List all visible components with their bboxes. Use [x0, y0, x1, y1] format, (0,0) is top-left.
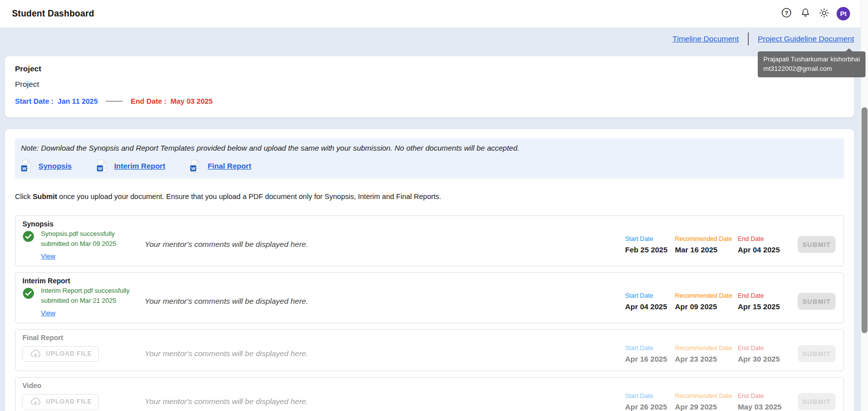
status-text-column: Interim Report.pdf successfully submitte… — [41, 286, 141, 317]
submission-row-interim-report: Interim Report Interim Report.pdf succes… — [15, 272, 844, 323]
bell-icon — [800, 7, 811, 20]
submit-button[interactable]: SUBMIT — [798, 345, 836, 362]
recommended-date-col: Recommended Date Mar 16 2025 — [675, 235, 738, 254]
submission-rows: Synopsis Synopsis.pdf successfully submi… — [15, 215, 844, 411]
tooltip-user-email: mt3122002@gmail.com — [763, 64, 860, 74]
row-content: Synopsis.pdf successfully submitted on M… — [22, 228, 836, 261]
submissions-card: Note: Download the Synopsis and Report T… — [5, 129, 854, 411]
theme-toggle-button[interactable] — [818, 7, 831, 20]
status-message: Interim Report.pdf successfully submitte… — [41, 286, 141, 305]
dates-area: Start Date Feb 25 2025 Recommended Date … — [625, 235, 836, 254]
submission-status: Interim Report.pdf successfully submitte… — [22, 286, 145, 317]
submission-status: Synopsis.pdf successfully submitted on M… — [22, 229, 145, 260]
submit-button[interactable]: SUBMIT — [798, 293, 836, 310]
row-content: Interim Report.pdf successfully submitte… — [22, 285, 836, 318]
user-avatar[interactable]: Pt — [837, 7, 850, 20]
links-divider — [748, 32, 749, 45]
row-title: Final Report — [22, 334, 836, 342]
project-start-date: Start Date :Jan 11 2025 — [15, 97, 98, 105]
template-link-label: Synopsis — [38, 162, 72, 170]
word-doc-icon: W — [190, 159, 201, 173]
template-link-label: Interim Report — [114, 162, 166, 170]
end-date-col: End Date May 03 2025 — [738, 393, 792, 411]
date-range-dash — [106, 101, 123, 102]
dates-area: Start Date Apr 26 2025 Recommended Date … — [625, 393, 836, 411]
help-button[interactable]: ? — [780, 7, 793, 20]
cloud-upload-icon — [29, 397, 41, 407]
template-links-row: W Synopsis W Interim Report — [21, 159, 838, 173]
row-title: Synopsis — [22, 220, 836, 228]
submission-row-video: Video UPLOAD FILE Your mentor's comments… — [15, 377, 844, 411]
help-icon: ? — [781, 7, 792, 20]
submission-row-final-report: Final Report UPLOAD FILE Your mentor's c… — [15, 329, 844, 371]
cloud-upload-icon — [29, 349, 41, 359]
word-doc-icon: W — [21, 159, 31, 173]
project-card: Project Project Start Date :Jan 11 2025 … — [5, 56, 854, 117]
row-status-area: UPLOAD FILE — [22, 394, 145, 410]
app-bar: Student Dashboard ? — [0, 0, 868, 27]
page-title: Student Dashboard — [12, 8, 94, 19]
timeline-document-link[interactable]: Timeline Document — [672, 34, 739, 43]
submit-button[interactable]: SUBMIT — [798, 236, 836, 253]
mentor-comments: Your mentor's comments will be displayed… — [145, 240, 625, 249]
status-message: Synopsis.pdf successfully submitted on M… — [41, 229, 141, 248]
end-date-col: End Date Apr 04 2025 — [738, 235, 792, 254]
row-content: UPLOAD FILE Your mentor's comments will … — [22, 342, 836, 366]
svg-text:?: ? — [785, 10, 788, 16]
project-heading: Project — [15, 64, 844, 73]
scrollbar-thumb[interactable] — [862, 107, 868, 333]
submission-row-synopsis: Synopsis Synopsis.pdf successfully submi… — [15, 215, 844, 266]
note-box: Note: Download the Synopsis and Report T… — [15, 138, 844, 179]
check-circle-icon — [22, 287, 34, 299]
mentor-comments: Your mentor's comments will be displayed… — [145, 397, 625, 406]
upload-file-button[interactable]: UPLOAD FILE — [22, 394, 99, 410]
template-link-label: Final Report — [208, 162, 251, 170]
sun-icon — [819, 7, 830, 20]
mentor-comments: Your mentor's comments will be displayed… — [145, 297, 625, 306]
mentor-comments: Your mentor's comments will be displayed… — [145, 349, 625, 358]
row-status-area: Synopsis.pdf successfully submitted on M… — [22, 229, 145, 260]
submit-instruction: Click Submit once you upload your docume… — [15, 193, 844, 201]
dashboard-page: Prajapati Tusharkumar kishorbhai mt31220… — [0, 27, 868, 411]
upload-file-button[interactable]: UPLOAD FILE — [22, 346, 99, 362]
notifications-button[interactable] — [799, 7, 812, 20]
view-link[interactable]: View — [41, 309, 55, 317]
start-date-col: Start Date Feb 25 2025 — [625, 235, 675, 254]
appbar-actions: ? Pt — [780, 7, 856, 20]
svg-text:W: W — [98, 166, 102, 171]
end-date-col: End Date Apr 15 2025 — [738, 292, 792, 311]
row-content: UPLOAD FILE Your mentor's comments will … — [22, 390, 836, 411]
template-link-final-report[interactable]: W Final Report — [190, 159, 251, 173]
word-doc-icon: W — [97, 159, 107, 173]
note-text: Note: Download the Synopsis and Report T… — [21, 144, 838, 152]
svg-text:W: W — [191, 166, 196, 171]
status-text-column: Synopsis.pdf successfully submitted on M… — [41, 229, 141, 260]
check-circle-icon — [22, 230, 34, 242]
dates-area: Start Date Apr 04 2025 Recommended Date … — [625, 292, 836, 311]
recommended-date-col: Recommended Date Apr 29 2025 — [675, 393, 738, 411]
dates-area: Start Date Apr 16 2025 Recommended Date … — [625, 345, 836, 363]
recommended-date-col: Recommended Date Apr 09 2025 — [675, 292, 738, 311]
document-links-bar: Timeline Document Project Guideline Docu… — [0, 27, 868, 50]
submit-button[interactable]: SUBMIT — [798, 393, 836, 410]
view-link[interactable]: View — [41, 252, 55, 260]
project-dates: Start Date :Jan 11 2025 End Date :May 03… — [15, 97, 844, 105]
start-date-col: Start Date Apr 16 2025 — [625, 345, 675, 363]
tooltip-arrow — [846, 48, 853, 51]
start-date-col: Start Date Apr 04 2025 — [625, 292, 675, 311]
project-guideline-document-link[interactable]: Project Guideline Document — [758, 34, 854, 43]
template-link-interim-report[interactable]: W Interim Report — [97, 159, 166, 173]
start-date-col: Start Date Apr 26 2025 — [625, 393, 675, 411]
row-title: Interim Report — [22, 277, 836, 285]
row-status-area: UPLOAD FILE — [22, 346, 145, 362]
row-title: Video — [22, 382, 836, 390]
row-status-area: Interim Report.pdf successfully submitte… — [22, 286, 145, 317]
template-link-synopsis[interactable]: W Synopsis — [21, 159, 72, 173]
end-date-col: End Date Apr 30 2025 — [738, 345, 792, 363]
tooltip-user-name: Prajapati Tusharkumar kishorbhai — [763, 55, 860, 64]
recommended-date-col: Recommended Date Apr 23 2025 — [675, 345, 738, 363]
project-name: Project — [15, 80, 844, 89]
svg-text:W: W — [22, 166, 26, 171]
user-tooltip: Prajapati Tusharkumar kishorbhai mt31220… — [758, 51, 866, 77]
project-end-date: End Date :May 03 2025 — [131, 97, 213, 105]
